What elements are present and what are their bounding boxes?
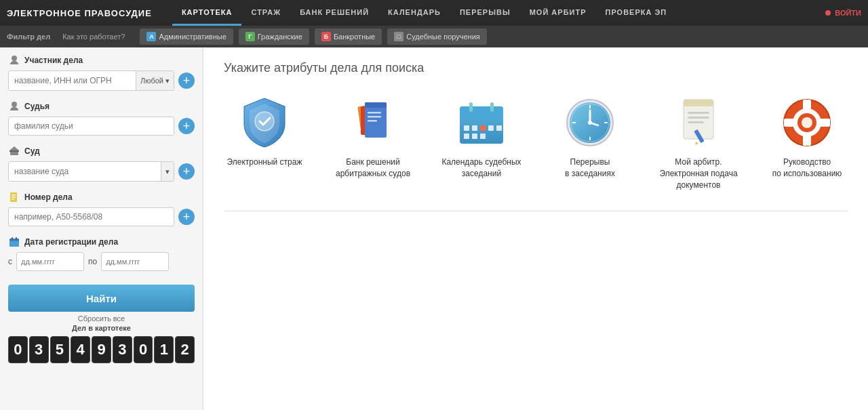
participant-input[interactable] [9,71,136,90]
svg-rect-3 [9,150,19,152]
svg-rect-48 [688,121,704,123]
svg-rect-32 [469,102,473,112]
nav-item-checkep[interactable]: ПРОВЕРКА ЭП [596,0,677,26]
nav-item-calendar[interactable]: КАЛЕНДАРЬ [378,0,450,26]
counter-label: Дел в картотеке [8,324,195,332]
breaks-icon-label: Перерывы в заседаниях [565,157,615,180]
svg-rect-57 [803,135,811,146]
filter-tab-bankruptcy[interactable]: Б Банкротные [315,28,382,45]
icon-guide[interactable]: Руководство по использованию [766,96,848,180]
filter-tabs-bar: Фильтр дел Как это работает? А Администр… [0,26,868,47]
svg-rect-25 [472,125,477,131]
svg-rect-46 [688,112,709,114]
icon-bank[interactable]: Банк решений арбитражных судов [332,96,414,180]
judge-input[interactable] [8,117,174,136]
svg-rect-8 [12,199,14,200]
svg-rect-26 [480,125,486,131]
participant-type-label: Любой [140,77,163,85]
date-section-title: Дата регистрации дела [8,236,195,248]
reset-link[interactable]: Сбросить все [8,314,195,323]
date-to-input[interactable] [101,252,169,271]
date-from-input[interactable] [16,252,84,271]
svg-rect-23 [460,112,503,119]
nav-item-strazh[interactable]: СТРАЖ [241,0,290,26]
court-section: Суд ▾ + [8,145,195,182]
svg-rect-18 [368,112,381,114]
icon-myarbitr[interactable]: Мой арбитр. Электронная подача документо… [658,96,739,190]
breaks-icon-img [563,96,617,150]
myarbitr-icon-label: Мой арбитр. Электронная подача документо… [659,157,737,190]
court-icon [8,145,20,157]
svg-rect-27 [488,125,494,131]
icon-calendar[interactable]: Календарь судебных заседаний [441,96,522,180]
date-title: Дата регистрации дела [24,237,118,247]
court-add-button[interactable]: + [178,163,195,180]
case-number-input[interactable] [8,207,174,226]
icon-strazh[interactable]: Электронный страж [224,96,305,168]
civil-icon: Г [245,32,255,41]
counter-digit-3: 4 [71,336,90,363]
svg-rect-19 [368,116,381,118]
svg-rect-54 [784,119,795,127]
participant-add-button[interactable]: + [178,73,195,89]
participant-input-row: Любой ▾ + [8,70,195,91]
date-section: Дата регистрации дела с по [8,236,195,271]
svg-rect-45 [684,100,713,106]
nav-item-myarbitr[interactable]: МОЙ АРБИТР [520,0,596,26]
counter-digit-0: 0 [8,336,28,363]
how-it-works-link[interactable]: Как это работает? [62,33,125,41]
icon-breaks[interactable]: Перерывы в заседаниях [549,96,631,180]
counter-digit-4: 9 [92,336,111,363]
svg-rect-31 [480,134,486,139]
date-input-row: с по [8,252,195,271]
court-input[interactable] [9,162,161,181]
find-button[interactable]: Найти [8,285,195,312]
myarbitr-icon-img [671,96,726,150]
civil-label: Гражданские [258,33,302,41]
nav-item-kartoteka[interactable]: КАРТОТЕКА [172,0,242,26]
svg-rect-56 [803,100,811,110]
nav-item-breaks[interactable]: ПЕРЕРЫВЫ [450,0,520,26]
case-number-input-row: + [8,207,195,226]
participant-icon [8,54,20,66]
counter-digit-2: 5 [50,336,70,363]
svg-rect-55 [819,119,830,127]
judge-add-button[interactable]: + [178,118,195,134]
date-to-label: по [88,257,97,266]
judge-section: Судья + [8,100,195,136]
participant-input-group: Любой ▾ [8,70,174,91]
counter-digit-8: 2 [175,336,195,363]
login-button[interactable]: ВОЙТИ [825,9,861,17]
judge-title: Судья [24,102,50,111]
svg-rect-20 [368,120,377,122]
login-dot-icon [825,10,831,16]
case-number-add-button[interactable]: + [178,209,195,225]
svg-point-13 [255,112,274,131]
court-dropdown-arrow[interactable]: ▾ [161,162,174,181]
svg-marker-4 [9,146,19,150]
administrative-icon: А [146,32,156,41]
participant-type-select[interactable]: Любой ▾ [136,71,174,90]
svg-rect-47 [688,117,709,119]
bank-icon-img [346,96,400,150]
date-icon [8,236,20,248]
top-navigation: ЭЛЕКТРОННОЕ ПРАВОСУДИЕ КАРТОТЕКА СТРАЖ Б… [0,0,868,26]
judicial-label: Судебные поручения [406,33,480,41]
counter-digit-1: 3 [29,336,49,363]
svg-rect-12 [16,237,17,240]
date-from-label: с [8,257,12,266]
calendar-icon-label: Календарь судебных заседаний [441,157,521,180]
participant-section: Участник дела Любой ▾ + [8,54,195,91]
bankruptcy-label: Банкротные [334,33,375,41]
content-area: Укажите атрибуты дела для поиска [203,47,868,410]
filter-label: Фильтр дел [7,33,50,41]
filter-tab-judicial[interactable]: □ Судебные поручения [387,28,487,45]
counter-display: 0 3 5 4 9 3 0 1 2 [8,336,195,363]
svg-rect-7 [12,197,16,198]
case-number-section: Номер дела + [8,191,195,226]
nav-item-bank[interactable]: БАНК РЕШЕНИЙ [290,0,378,26]
filter-tab-civil[interactable]: Г Гражданские [239,28,309,45]
svg-rect-10 [9,239,19,241]
svg-point-0 [12,56,17,61]
filter-tab-administrative[interactable]: А Административные [140,28,233,45]
